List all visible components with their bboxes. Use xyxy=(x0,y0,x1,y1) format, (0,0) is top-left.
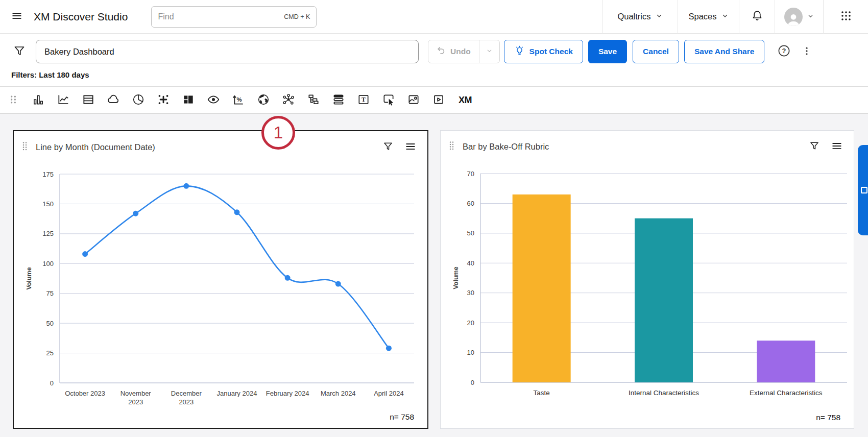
hamburger-icon xyxy=(11,10,22,23)
toolbar-preview-button[interactable] xyxy=(206,93,221,107)
svg-text:April 2024: April 2024 xyxy=(374,390,404,397)
toolbar-line-chart-button[interactable] xyxy=(56,93,70,107)
svg-text:70: 70 xyxy=(467,170,474,178)
help-icon: ? xyxy=(777,44,791,59)
toolbar-pie-chart-button[interactable] xyxy=(131,93,146,107)
widget-menu-button[interactable] xyxy=(830,140,843,153)
topbar: XM Discover Studio CMD + K Qualtrics Spa… xyxy=(0,0,868,34)
treemap-icon xyxy=(182,93,195,108)
undo-group: Undo xyxy=(428,40,500,63)
toolbar-image-button[interactable] xyxy=(406,93,421,107)
svg-text:125: 125 xyxy=(42,230,54,237)
avatar xyxy=(784,8,803,26)
stacked-bar-icon xyxy=(332,93,345,108)
bar-chart-svg: 010203040506070VolumeTasteInternal Chara… xyxy=(447,158,850,416)
toolbar-network-button[interactable] xyxy=(281,93,296,107)
more-options-button[interactable] xyxy=(800,43,814,60)
svg-text:150: 150 xyxy=(42,200,54,208)
account-menu[interactable] xyxy=(775,0,823,34)
undo-button[interactable]: Undo xyxy=(428,40,479,63)
funnel-icon xyxy=(13,45,26,59)
video-icon xyxy=(432,93,445,108)
toolbar-table-button[interactable] xyxy=(81,93,95,107)
lightbulb-icon xyxy=(514,45,525,58)
widget-toolbar: % T XM xyxy=(0,86,868,114)
search-shortcut: CMD + K xyxy=(284,13,310,20)
svg-text:Volume: Volume xyxy=(26,267,33,289)
toolbar-drag-handle[interactable] xyxy=(6,93,20,107)
toolbar-bar-chart-button[interactable] xyxy=(31,93,45,107)
svg-text:Internal Characteristics: Internal Characteristics xyxy=(629,389,699,397)
sample-size-label: n= 758 xyxy=(816,413,840,422)
toolbar-stacked-bar-button[interactable] xyxy=(331,93,346,107)
chevron-down-icon xyxy=(807,12,814,21)
widget-drag-handle-icon[interactable] xyxy=(22,141,28,153)
cloud-icon xyxy=(107,93,120,108)
network-icon xyxy=(282,93,295,108)
svg-text:T: T xyxy=(361,96,366,103)
widget-header: Bar by Bake-Off Rubric xyxy=(441,131,854,153)
save-and-share-button[interactable]: Save And Share xyxy=(684,40,764,63)
cancel-button[interactable]: Cancel xyxy=(633,40,679,63)
app-launcher-button[interactable] xyxy=(823,0,868,34)
widget-filter-button[interactable] xyxy=(808,140,821,153)
svg-text:October 2023: October 2023 xyxy=(65,390,105,397)
main-menu-button[interactable] xyxy=(9,9,25,25)
svg-text:Taste: Taste xyxy=(534,389,550,397)
scatter-icon xyxy=(157,93,170,108)
widget-drag-handle-icon[interactable] xyxy=(449,141,454,152)
svg-text:2023: 2023 xyxy=(128,398,143,406)
toolbar-video-button[interactable] xyxy=(431,93,446,107)
chevron-down-icon xyxy=(656,12,663,21)
help-button[interactable]: ? xyxy=(775,43,792,60)
spaces-menu-label: Spaces xyxy=(688,12,716,21)
toolbar-word-cloud-button[interactable] xyxy=(106,93,120,107)
search-input[interactable] xyxy=(158,12,284,21)
svg-text:75: 75 xyxy=(46,289,54,297)
globe-icon xyxy=(257,93,270,108)
toolbar-selector-button[interactable] xyxy=(381,93,396,107)
xm-logo: XM xyxy=(456,95,472,106)
spaces-menu[interactable]: Spaces xyxy=(678,0,739,34)
menu-icon xyxy=(831,140,842,153)
dashboard-name-input[interactable] xyxy=(36,40,419,63)
notifications-button[interactable] xyxy=(739,0,775,34)
save-label: Save xyxy=(598,47,617,56)
dashboard-filter-button[interactable] xyxy=(10,42,29,61)
svg-text:0: 0 xyxy=(50,379,54,387)
global-search-box[interactable]: CMD + K xyxy=(151,6,317,28)
toolbar-scatter-button[interactable] xyxy=(156,93,171,107)
widget-filter-button[interactable] xyxy=(381,140,395,154)
svg-text:December: December xyxy=(171,390,202,397)
svg-text:10: 10 xyxy=(467,349,474,356)
undo-label: Undo xyxy=(450,47,471,56)
svg-text:January 2024: January 2024 xyxy=(217,390,257,397)
save-button[interactable]: Save xyxy=(588,40,627,63)
toolbar-map-button[interactable] xyxy=(256,93,271,107)
svg-text:March 2024: March 2024 xyxy=(321,390,356,397)
svg-text:25: 25 xyxy=(46,349,54,357)
widget-title: Line by Month (Document Date) xyxy=(36,142,155,152)
toolbar-metric-button[interactable]: % xyxy=(231,93,246,107)
svg-text:November: November xyxy=(120,390,152,397)
widget-menu-button[interactable] xyxy=(404,140,417,154)
chevron-down-icon xyxy=(486,47,493,56)
qualtrics-menu[interactable]: Qualtrics xyxy=(602,0,678,34)
spot-check-button[interactable]: Spot Check xyxy=(504,40,583,63)
svg-text:Volume: Volume xyxy=(452,266,460,289)
grid-icon xyxy=(840,10,852,24)
menu-icon xyxy=(405,141,416,154)
undo-icon xyxy=(437,46,446,58)
toolbar-text-box-button[interactable]: T xyxy=(356,93,371,107)
undo-history-button[interactable] xyxy=(479,40,499,63)
widget-bar-chart[interactable]: Bar by Bake-Off Rubric 010203040506070Vo… xyxy=(440,130,854,429)
toolbar-hierarchy-button[interactable] xyxy=(306,93,321,107)
svg-text:External Characteristics: External Characteristics xyxy=(750,389,823,397)
bar-chart: 010203040506070VolumeTasteInternal Chara… xyxy=(447,158,850,418)
cancel-label: Cancel xyxy=(643,47,669,56)
sample-size-label: n= 758 xyxy=(390,412,414,422)
right-panel-toggle[interactable] xyxy=(858,145,868,235)
panel-icon xyxy=(861,187,867,193)
widget-line-chart[interactable]: Line by Month (Document Date) 0255075100… xyxy=(13,130,428,429)
toolbar-treemap-button[interactable] xyxy=(181,93,196,107)
